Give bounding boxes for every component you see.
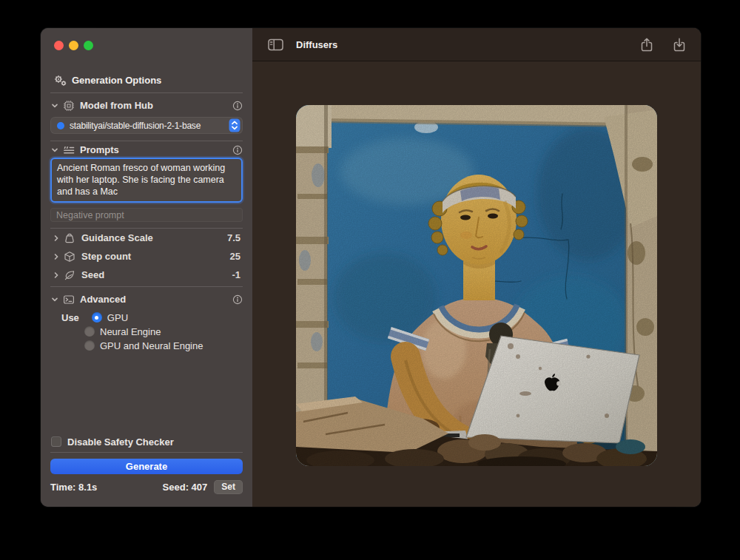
radio-neural-engine[interactable]	[84, 326, 95, 337]
seed-row[interactable]: Seed -1	[52, 269, 252, 281]
minimize-button[interactable]	[69, 41, 78, 50]
set-seed-button[interactable]: Set	[214, 480, 243, 494]
chevron-down-icon[interactable]	[50, 296, 59, 303]
status-bar: Time: 8.1s Seed: 407 Set	[50, 480, 243, 493]
main-panel: Diffusers	[252, 28, 701, 507]
share-button[interactable]	[640, 37, 653, 53]
guidance-scale-value: 7.5	[227, 232, 252, 243]
gears-icon	[53, 74, 67, 87]
save-image-button[interactable]	[673, 37, 686, 53]
radio-gpu-and-neural-engine-label[interactable]: GPU and Neural Engine	[100, 340, 203, 351]
titlebar: Diffusers	[252, 28, 701, 61]
app-window: Generation Options Model from Hub	[41, 28, 701, 507]
use-label: Use	[61, 312, 79, 323]
radio-gpu[interactable]	[92, 312, 102, 323]
negative-prompt-input[interactable]	[50, 208, 243, 222]
traffic-lights	[54, 41, 93, 50]
toggle-sidebar-button[interactable]	[268, 38, 283, 51]
model-section-label: Model from Hub	[80, 100, 153, 111]
image-canvas	[252, 61, 701, 507]
window-title: Diffusers	[296, 39, 337, 50]
divider	[50, 286, 243, 287]
zoom-button[interactable]	[84, 41, 93, 50]
advanced-section-label: Advanced	[80, 294, 126, 305]
info-icon[interactable]	[232, 101, 243, 111]
step-count-label: Step count	[81, 251, 131, 262]
chevron-right-icon[interactable]	[52, 253, 61, 260]
advanced-section-header[interactable]: Advanced	[50, 293, 252, 306]
chevron-right-icon[interactable]	[52, 235, 61, 242]
model-dropdown[interactable]: stabilityai/stable-diffusion-2-1-base	[50, 117, 243, 134]
leaf-icon	[64, 269, 75, 281]
chevron-down-icon[interactable]	[50, 102, 59, 109]
model-dropdown-value: stabilityai/stable-diffusion-2-1-base	[70, 121, 229, 131]
prompts-section-header[interactable]: Prompts	[50, 144, 252, 156]
prompt-input[interactable]: Ancient Roman fresco of woman working wi…	[50, 158, 243, 203]
radio-gpu-and-neural-engine[interactable]	[84, 340, 95, 351]
generation-options-sidebar: Generation Options Model from Hub	[41, 28, 252, 507]
generated-image[interactable]	[296, 105, 657, 466]
info-icon[interactable]	[232, 294, 243, 305]
radio-gpu-label[interactable]: GPU	[107, 312, 128, 323]
sidebar-title: Generation Options	[72, 75, 161, 86]
chevron-right-icon[interactable]	[52, 271, 61, 279]
prompts-section-label: Prompts	[80, 144, 119, 155]
divider	[50, 228, 243, 229]
disable-safety-checker-label[interactable]: Disable Safety Checker	[67, 436, 174, 448]
seed-readout: Seed: 407	[163, 482, 208, 493]
step-count-value: 25	[230, 251, 252, 262]
radio-neural-engine-label[interactable]: Neural Engine	[100, 326, 161, 337]
model-status-dot	[57, 122, 64, 129]
close-button[interactable]	[54, 41, 64, 50]
cpu-icon	[63, 100, 75, 112]
divider	[50, 92, 243, 93]
divider	[50, 141, 243, 141]
guidance-scale-label: Guidance Scale	[81, 232, 153, 243]
cube-icon	[64, 251, 75, 263]
text-quote-icon	[63, 144, 75, 156]
disable-safety-checker-checkbox[interactable]	[51, 436, 61, 447]
guidance-scale-row[interactable]: Guidance Scale 7.5	[52, 232, 252, 244]
seed-label: Seed	[81, 269, 104, 280]
seed-value: -1	[232, 269, 252, 280]
info-icon[interactable]	[232, 145, 243, 155]
divider	[50, 452, 243, 453]
chevron-down-icon[interactable]	[50, 146, 59, 154]
generate-button[interactable]: Generate	[50, 459, 243, 474]
terminal-icon	[63, 294, 75, 306]
time-readout: Time: 8.1s	[50, 482, 97, 493]
dropdown-stepper-icon[interactable]	[229, 118, 240, 132]
scale-weight-icon	[64, 232, 75, 244]
step-count-row[interactable]: Step count 25	[52, 250, 252, 263]
model-section-header[interactable]: Model from Hub	[50, 99, 252, 112]
